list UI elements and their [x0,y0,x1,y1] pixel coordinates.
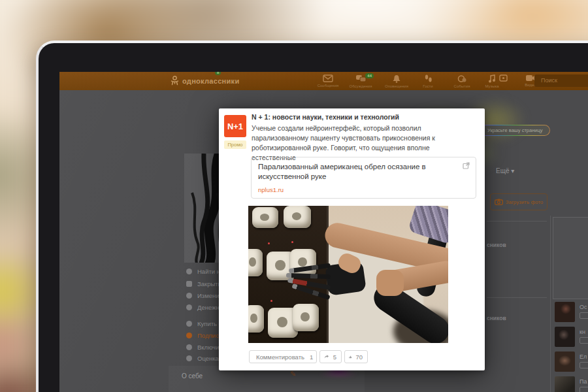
friend-list-item[interactable]: Ос [555,302,588,324]
feed-text-fragment: сников [487,315,506,321]
discussions-badge: 44 [365,73,374,78]
like-button[interactable]: 70 [344,350,368,363]
more-dropdown[interactable]: Ещё ▾ [496,167,514,174]
link-preview[interactable]: Парализованный американец обрел осязание… [251,157,476,199]
promo-badge: Промо [224,140,246,149]
column-divider [550,216,551,392]
friend-badge [580,312,588,319]
menu-item-rating[interactable]: Оценка [186,353,219,363]
section-divider [487,221,547,221]
coin-icon [186,321,192,327]
avatar [555,351,575,372]
nav-events[interactable]: События [448,74,476,88]
led-dot [291,241,293,243]
menu-item-buy[interactable]: Купить С [186,319,223,328]
thumbs-up-icon [349,353,351,361]
link-domain[interactable]: nplus1.ru [258,186,284,193]
avatar [555,327,575,347]
footprints-icon [424,74,433,83]
white-clamp [252,207,278,228]
events-icon [457,74,467,83]
nav-guests[interactable]: Гости [414,74,442,88]
nav-messages[interactable]: Сообщения [314,74,342,88]
subscription-icon [186,333,192,338]
friend-badge [580,362,588,368]
share-arrow-icon [324,353,329,360]
led-dot [270,300,272,302]
gear-icon [186,293,192,299]
led-dot [268,242,270,244]
nav-tv[interactable] [495,74,512,83]
like-count: 70 [355,353,363,361]
menu-item-close-profile[interactable]: Закрыть [186,279,221,288]
section-divider [487,297,547,298]
friend-badge [580,337,588,344]
white-clamp [284,206,311,228]
ok-brand[interactable]: одноклассники [171,76,239,86]
promo-post-card: N+1 Промо N + 1: новости науки, техники … [219,108,485,370]
nav-discussions[interactable]: 44 Обсуждения [346,74,375,88]
link-title[interactable]: Парализованный американец обрел осязание… [258,162,454,182]
friend-badge [580,387,588,392]
upload-photo-button[interactable]: Загрузить фото [490,193,547,210]
chat-bubbles-icon [355,74,367,83]
ok-logo-icon [171,76,179,86]
white-clamp [248,305,264,333]
edit-pencil-icon[interactable]: ✎ [290,370,296,378]
white-clamp [248,249,263,276]
decorate-page-button[interactable]: Украсьте вашу страницу [480,125,550,136]
menu-item-money[interactable]: Денежн [186,302,220,312]
right-side-panel [553,217,588,299]
invisible-icon [186,344,192,350]
friend-list-item[interactable]: Па [555,376,588,392]
nav-notifications[interactable]: Оповещения [382,74,411,88]
human-hand-gripping [376,270,404,296]
menu-item-invisible[interactable]: Включит [186,342,222,351]
tv-icon [499,74,508,82]
person-icon [186,269,192,274]
transfer-icon [186,304,192,310]
share-count: 5 [333,353,336,361]
menu-item-find[interactable]: Найти н [186,267,220,276]
comment-button[interactable]: Комментировать 1 [249,350,317,363]
nplus1-logo[interactable]: N+1 [224,115,246,137]
share-button[interactable]: 5 [319,350,342,363]
lock-icon [186,281,192,287]
rating-icon [186,355,192,361]
screenshot-root: одноклассники 8 Сообщения 44 Обсуждения … [0,0,588,392]
menu-item-subscription[interactable]: Подписк [186,331,221,340]
friend-list-item[interactable]: кн [555,327,588,349]
brand-notification-badge: 8 [215,72,221,75]
menu-item-settings[interactable]: Изменит [186,291,222,300]
comment-count: 1 [310,353,313,361]
avatar [555,376,575,392]
camera-icon [495,199,503,205]
chevron-down-icon: ▾ [511,167,514,174]
bell-icon [392,74,401,83]
feed-text-fragment: сников [487,242,506,248]
search-placeholder: Поиск [541,77,557,84]
post-photo-robotic-arm[interactable] [248,206,448,343]
envelope-icon [323,74,333,82]
about-label: О себе [182,372,203,380]
white-clamp [293,304,319,331]
brand-label: одноклассники [182,77,239,85]
post-source-title[interactable]: N + 1: новости науки, техники и технолог… [252,113,399,121]
friend-list-item[interactable]: Ел [555,351,588,374]
search-input[interactable]: Поиск [534,74,588,87]
external-link-icon[interactable] [463,162,470,169]
ok-topbar: одноклассники 8 Сообщения 44 Обсуждения … [59,72,588,90]
avatar [555,302,575,322]
